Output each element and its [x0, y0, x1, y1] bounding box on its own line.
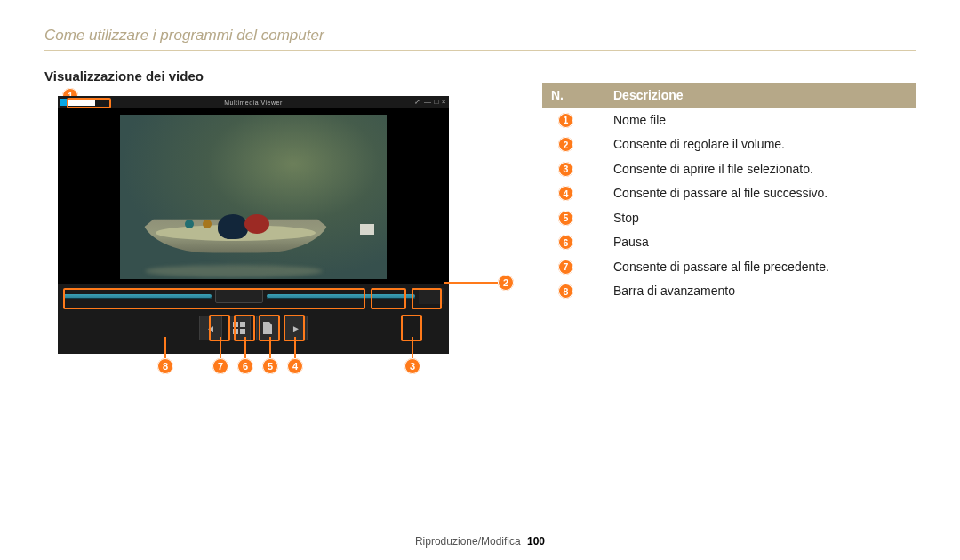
row-marker: 1 [558, 113, 573, 128]
row-marker: 3 [558, 162, 573, 177]
row-desc: Consente di aprire il file selezionato. [604, 156, 916, 181]
row-marker: 8 [558, 284, 573, 299]
chapter-title: Come utilizzare i programmi del computer [44, 27, 916, 51]
minimize-icon[interactable]: — [424, 98, 432, 106]
callout-marker-7: 7 [212, 358, 228, 374]
table-row: 5Stop [542, 205, 916, 230]
video-frame [120, 115, 387, 279]
row-desc: Pausa [604, 230, 916, 255]
callout-marker-3: 3 [404, 358, 420, 374]
fullscreen-icon[interactable]: ⤢ [414, 98, 421, 106]
page-number: 100 [527, 535, 545, 548]
video-display-area [58, 108, 449, 284]
row-desc: Nome file [604, 108, 916, 132]
callout-box-8 [63, 288, 365, 309]
table-row: 3Consente di aprire il file selezionato. [542, 156, 916, 181]
row-marker: 6 [558, 235, 573, 250]
window-titlebar: Multimedia Viewer ⤢ — □ × [58, 96, 449, 108]
footer-section-label: Riproduzione/Modifica [415, 535, 521, 548]
callout-lead [164, 337, 166, 360]
table-row: 7Consente di passare al file precedente. [542, 254, 916, 279]
table-row: 6Pausa [542, 230, 916, 255]
callout-lead [269, 337, 271, 360]
row-desc: Barra di avanzamento [604, 279, 916, 304]
table-row: 2Consente di regolare il volume. [542, 132, 916, 157]
callout-marker-2: 2 [498, 275, 514, 291]
row-desc: Consente di passare al file successivo. [604, 181, 916, 206]
callout-lead [412, 337, 413, 360]
table-header-number: N. [542, 83, 604, 108]
callout-box-2a [371, 288, 406, 309]
row-desc: Consente di passare al file precedente. [604, 254, 916, 279]
row-desc: Stop [604, 205, 916, 230]
figure-column: Visualizzazione dei video 1 Multimedia V… [44, 68, 507, 354]
section-heading: Visualizzazione dei video [44, 68, 507, 84]
callout-marker-8: 8 [157, 358, 173, 374]
multimedia-viewer-window: Multimedia Viewer ⤢ — □ × [58, 96, 449, 354]
description-table: N. Descrizione 1Nome file 2Consente di r… [542, 83, 916, 303]
maximize-icon[interactable]: □ [434, 98, 438, 106]
table-row: 4Consente di passare al file successivo. [542, 181, 916, 206]
window-title: Multimedia Viewer [224, 100, 283, 106]
description-column: N. Descrizione 1Nome file 2Consente di r… [542, 68, 916, 354]
row-marker: 7 [558, 260, 573, 275]
callout-lead [244, 337, 246, 360]
table-row: 8Barra di avanzamento [542, 279, 916, 304]
window-icon [60, 99, 67, 106]
callout-marker-5: 5 [262, 358, 278, 374]
callout-marker-6: 6 [237, 358, 253, 374]
row-marker: 2 [558, 137, 573, 152]
row-desc: Consente di regolare il volume. [604, 132, 916, 157]
callout-lead [220, 337, 221, 360]
callout-lead [294, 337, 296, 360]
row-marker: 4 [558, 186, 573, 201]
table-header-description: Descrizione [604, 83, 916, 108]
callout-marker-4: 4 [287, 358, 303, 374]
close-icon[interactable]: × [442, 98, 446, 106]
table-row: 1Nome file [542, 108, 916, 132]
page-footer: Riproduzione/Modifica 100 [0, 535, 960, 548]
window-controls[interactable]: ⤢ — □ × [414, 98, 446, 106]
callout-lead [444, 282, 498, 284]
callout-box-1 [67, 98, 111, 108]
row-marker: 5 [558, 211, 573, 226]
callout-box-2b [412, 288, 442, 309]
